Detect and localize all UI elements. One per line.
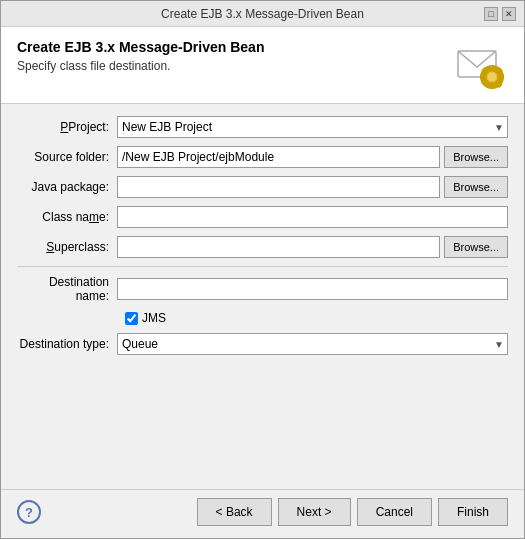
finish-button[interactable]: Finish — [438, 498, 508, 526]
destination-type-select-wrapper: Queue Topic ▼ — [117, 333, 508, 355]
class-name-row: Class name: — [17, 206, 508, 228]
svg-rect-4 — [490, 84, 494, 89]
superclass-browse-button[interactable]: Browse... — [444, 236, 508, 258]
titlebar-title: Create EJB 3.x Message-Driven Bean — [41, 7, 484, 21]
footer: ? < Back Next > Cancel Finish — [1, 489, 524, 538]
minimize-button[interactable]: □ — [484, 7, 498, 21]
source-folder-row: Source folder: Browse... — [17, 146, 508, 168]
class-name-input[interactable] — [117, 206, 508, 228]
destination-name-input[interactable] — [117, 278, 508, 300]
mail-gear-icon — [454, 39, 508, 93]
svg-rect-6 — [499, 75, 504, 79]
jms-label[interactable]: JMS — [142, 311, 166, 325]
separator — [17, 266, 508, 267]
class-name-label: Class name: — [17, 210, 117, 224]
svg-rect-3 — [490, 65, 494, 70]
java-package-browse-button[interactable]: Browse... — [444, 176, 508, 198]
superclass-label: Superclass: — [17, 240, 117, 254]
destination-type-row: Destination type: Queue Topic ▼ — [17, 333, 508, 355]
form-content: PProject: New EJB Project ▼ Source folde… — [1, 104, 524, 489]
close-button[interactable]: ✕ — [502, 7, 516, 21]
destination-name-label: Destination name: — [17, 275, 117, 303]
jms-checkbox-row: JMS — [125, 311, 508, 325]
project-select-wrapper: New EJB Project ▼ — [117, 116, 508, 138]
titlebar-controls: □ ✕ — [484, 7, 516, 21]
back-button[interactable]: < Back — [197, 498, 272, 526]
superclass-row: Superclass: Browse... — [17, 236, 508, 258]
footer-left: ? — [17, 500, 41, 524]
header-icon — [454, 39, 508, 93]
svg-rect-5 — [480, 75, 485, 79]
svg-point-11 — [488, 73, 496, 81]
next-button[interactable]: Next > — [278, 498, 351, 526]
dialog: Create EJB 3.x Message-Driven Bean □ ✕ C… — [0, 0, 525, 539]
destination-type-label: Destination type: — [17, 337, 117, 351]
source-folder-browse-button[interactable]: Browse... — [444, 146, 508, 168]
source-folder-input[interactable] — [117, 146, 440, 168]
source-folder-label: Source folder: — [17, 150, 117, 164]
project-row: PProject: New EJB Project ▼ — [17, 116, 508, 138]
java-package-row: Java package: Browse... — [17, 176, 508, 198]
project-select[interactable]: New EJB Project — [117, 116, 508, 138]
superclass-input[interactable] — [117, 236, 440, 258]
help-button[interactable]: ? — [17, 500, 41, 524]
header-text: Create EJB 3.x Message-Driven Bean Speci… — [17, 39, 264, 73]
footer-buttons: < Back Next > Cancel Finish — [197, 498, 508, 526]
jms-checkbox[interactable] — [125, 312, 138, 325]
header-section: Create EJB 3.x Message-Driven Bean Speci… — [1, 27, 524, 104]
java-package-label: Java package: — [17, 180, 117, 194]
project-label: PProject: — [17, 120, 117, 134]
destination-type-select[interactable]: Queue Topic — [117, 333, 508, 355]
titlebar: Create EJB 3.x Message-Driven Bean □ ✕ — [1, 1, 524, 27]
page-title: Create EJB 3.x Message-Driven Bean — [17, 39, 264, 55]
java-package-input[interactable] — [117, 176, 440, 198]
cancel-button[interactable]: Cancel — [357, 498, 432, 526]
page-subtitle: Specify class file destination. — [17, 59, 264, 73]
destination-name-row: Destination name: — [17, 275, 508, 303]
